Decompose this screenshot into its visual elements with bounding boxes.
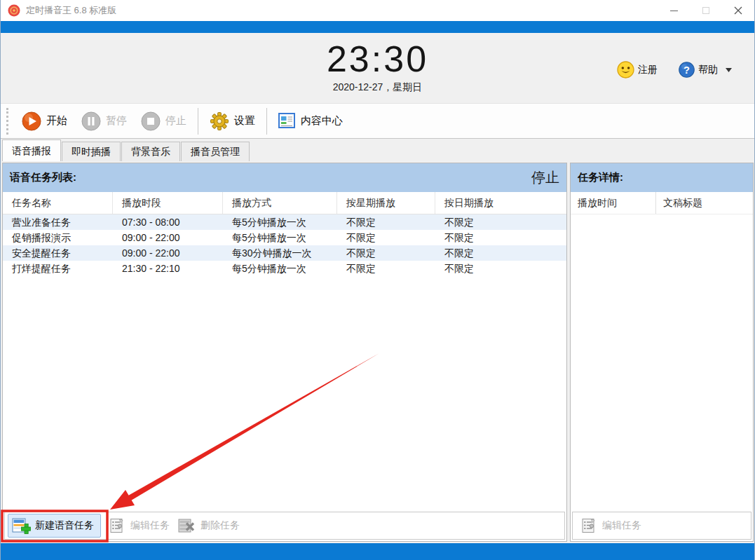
app-window: 定时播音王 6.8 标准版 23:30 2020-12-27，星期日 — [0, 0, 755, 560]
task-list-title: 语音任务列表: — [10, 171, 76, 184]
header-area: 23:30 2020-12-27，星期日 注册 ? 帮助 — [1, 33, 754, 103]
column-play-period[interactable]: 播放时段 — [113, 192, 223, 214]
edit-task-label: 编辑任务 — [130, 519, 170, 532]
task-list-header: 语音任务列表: 停止 — [3, 163, 566, 192]
cell-task-name: 促销播报演示 — [3, 230, 113, 245]
pause-icon — [81, 111, 101, 131]
start-label: 开始 — [46, 114, 67, 128]
help-button[interactable]: ? 帮助 — [679, 62, 732, 78]
cell-play-period: 09:00 - 22:00 — [113, 245, 223, 261]
playback-status: 停止 — [531, 168, 559, 187]
edit-task-button[interactable]: 编辑任务 — [109, 517, 170, 534]
caret-down-icon — [726, 68, 732, 72]
maximize-button[interactable] — [690, 0, 722, 21]
gear-icon — [210, 111, 229, 131]
cell-play-mode: 每5分钟播放一次 — [223, 214, 337, 230]
register-button[interactable]: 注册 — [617, 61, 658, 78]
column-play-mode[interactable]: 播放方式 — [223, 192, 337, 214]
task-table-body: 营业准备任务 07:30 - 08:00 每5分钟播放一次 不限定 不限定 促销… — [3, 214, 566, 276]
app-icon — [8, 4, 20, 17]
register-label: 注册 — [638, 64, 658, 76]
toolbar-separator — [266, 108, 267, 135]
cell-task-name: 营业准备任务 — [3, 214, 113, 230]
title-bar: 定时播音王 6.8 标准版 — [1, 0, 754, 21]
toolbar-separator — [198, 108, 198, 135]
cell-by-week: 不限定 — [337, 230, 435, 245]
cell-by-date: 不限定 — [435, 230, 566, 245]
new-task-icon — [12, 517, 31, 534]
task-list-panel: 语音任务列表: 停止 任务名称 播放时段 播放方式 按星期播放 按日期播放 营业… — [2, 163, 567, 542]
stop-label: 停止 — [165, 114, 186, 128]
task-table-header: 任务名称 播放时段 播放方式 按星期播放 按日期播放 — [3, 192, 566, 214]
delete-task-button[interactable]: 删除任务 — [178, 517, 240, 534]
help-icon: ? — [679, 62, 695, 78]
column-by-week[interactable]: 按星期播放 — [337, 192, 435, 214]
table-row[interactable]: 促销播报演示 09:00 - 22:00 每5分钟播放一次 不限定 不限定 — [3, 230, 566, 245]
detail-edit-task-label: 编辑任务 — [602, 519, 641, 532]
stop-button[interactable]: 停止 — [134, 109, 193, 134]
delete-task-label: 删除任务 — [200, 519, 240, 532]
help-label: 帮助 — [698, 64, 718, 76]
close-icon — [734, 6, 742, 15]
toolbar-grip — [6, 108, 9, 135]
main-toolbar: 开始 暂停 停止 — [1, 103, 754, 139]
column-script-title[interactable]: 文稿标题 — [656, 192, 753, 214]
svg-text:?: ? — [683, 64, 690, 76]
column-play-time[interactable]: 播放时间 — [571, 192, 656, 214]
table-row[interactable]: 营业准备任务 07:30 - 08:00 每5分钟播放一次 不限定 不限定 — [3, 214, 566, 230]
clock-date: 2020-12-27，星期日 — [1, 81, 754, 94]
window-title: 定时播音王 6.8 标准版 — [26, 4, 116, 17]
content-center-button[interactable]: 内容中心 — [271, 110, 350, 132]
tab-announcer-management[interactable]: 播音员管理 — [181, 142, 250, 161]
settings-button[interactable]: 设置 — [203, 109, 262, 134]
minimize-icon — [670, 11, 678, 11]
tab-bar: 语音播报 即时插播 背景音乐 播音员管理 — [1, 139, 754, 161]
cell-play-period: 07:30 - 08:00 — [113, 214, 223, 230]
detail-actions-bar: 编辑任务 — [572, 512, 751, 540]
play-icon — [22, 111, 41, 131]
settings-label: 设置 — [234, 114, 255, 128]
new-voice-task-label: 新建语音任务 — [35, 519, 94, 532]
detail-edit-task-button[interactable]: 编辑任务 — [581, 517, 641, 534]
new-voice-task-button[interactable]: 新建语音任务 — [8, 514, 101, 538]
smiley-icon — [617, 61, 634, 78]
cell-by-week: 不限定 — [337, 261, 435, 276]
bottom-accent-strip — [1, 543, 754, 560]
delete-task-icon — [178, 517, 196, 534]
edit-task-icon — [109, 517, 126, 534]
cell-play-mode: 每5分钟播放一次 — [223, 230, 337, 245]
maximize-icon — [702, 7, 709, 14]
cell-by-date: 不限定 — [435, 245, 566, 261]
cell-by-week: 不限定 — [337, 245, 435, 261]
task-detail-header: 任务详情: — [571, 163, 753, 192]
edit-task-icon — [581, 517, 598, 534]
top-accent-strip — [1, 21, 754, 33]
cell-play-mode: 每5分钟播放一次 — [223, 261, 337, 276]
pause-button[interactable]: 暂停 — [74, 109, 134, 134]
cell-play-period: 21:30 - 22:10 — [113, 261, 223, 276]
account-area: 注册 ? 帮助 — [617, 61, 732, 78]
tab-instant-insert[interactable]: 即时插播 — [62, 142, 121, 161]
start-button[interactable]: 开始 — [15, 109, 74, 134]
content-area: 语音任务列表: 停止 任务名称 播放时段 播放方式 按星期播放 按日期播放 营业… — [1, 161, 754, 543]
pause-label: 暂停 — [106, 114, 127, 128]
column-task-name[interactable]: 任务名称 — [3, 192, 113, 214]
cell-task-name: 安全提醒任务 — [3, 245, 113, 261]
tab-background-music[interactable]: 背景音乐 — [121, 142, 180, 161]
stop-icon — [141, 111, 161, 131]
tab-voice-broadcast[interactable]: 语音播报 — [2, 139, 61, 161]
task-actions-bar: 新建语音任务 编辑任务 — [4, 512, 565, 540]
cell-task-name: 打烊提醒任务 — [3, 261, 113, 276]
window-controls — [658, 0, 754, 21]
column-by-date[interactable]: 按日期播放 — [435, 192, 566, 214]
detail-table-header: 播放时间 文稿标题 — [571, 192, 753, 214]
cell-by-date: 不限定 — [435, 261, 566, 276]
minimize-button[interactable] — [658, 0, 690, 21]
cell-by-week: 不限定 — [337, 214, 435, 230]
table-row[interactable]: 打烊提醒任务 21:30 - 22:10 每5分钟播放一次 不限定 不限定 — [3, 261, 566, 276]
content-center-icon — [278, 113, 296, 129]
task-detail-panel: 任务详情: 播放时间 文稿标题 编辑任务 — [570, 163, 754, 542]
close-button[interactable] — [722, 0, 754, 21]
cell-play-period: 09:00 - 22:00 — [113, 230, 223, 245]
table-row[interactable]: 安全提醒任务 09:00 - 22:00 每30分钟播放一次 不限定 不限定 — [3, 245, 566, 261]
